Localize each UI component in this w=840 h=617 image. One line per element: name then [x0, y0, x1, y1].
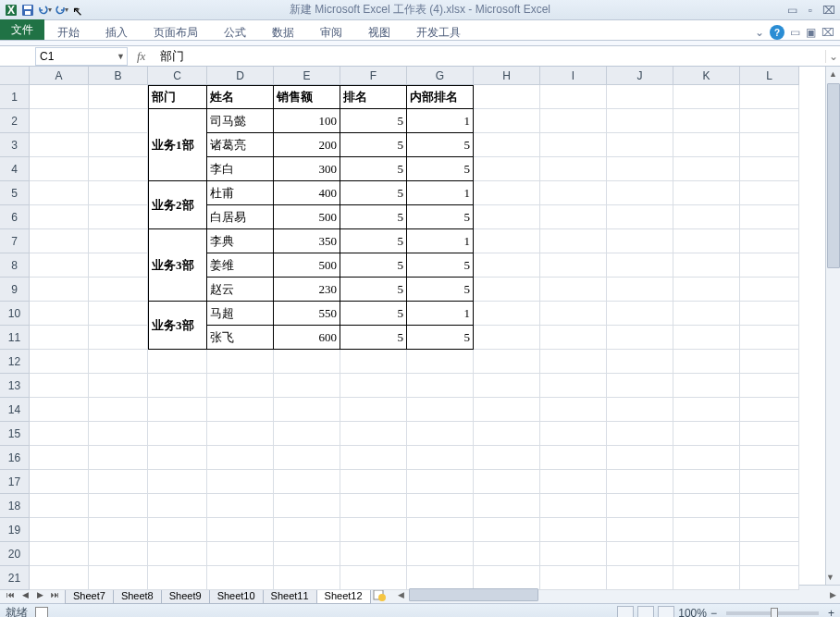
cell[interactable]: [274, 494, 340, 518]
cell[interactable]: [274, 566, 340, 590]
cell[interactable]: [474, 350, 540, 374]
cell[interactable]: [474, 205, 540, 229]
cell[interactable]: [30, 326, 89, 350]
cell[interactable]: [89, 109, 148, 133]
cell[interactable]: [30, 253, 89, 278]
cell[interactable]: [673, 85, 740, 109]
data-cell[interactable]: 1: [407, 302, 474, 326]
cell[interactable]: [740, 494, 799, 518]
cell[interactable]: [89, 253, 148, 278]
formula-expand-icon[interactable]: ⌄: [825, 50, 840, 63]
column-header[interactable]: G: [407, 67, 474, 85]
scroll-left-icon[interactable]: ◀: [394, 587, 409, 602]
cell[interactable]: [540, 518, 607, 542]
data-cell[interactable]: 杜甫: [207, 181, 274, 205]
row-header[interactable]: 21: [0, 566, 30, 590]
zoom-in-icon[interactable]: +: [828, 607, 834, 618]
cell[interactable]: [89, 85, 148, 109]
data-cell[interactable]: 业务1部: [148, 109, 207, 181]
row-header[interactable]: 1: [0, 85, 30, 109]
name-box-input[interactable]: [40, 50, 105, 63]
cell[interactable]: [30, 133, 89, 157]
cell[interactable]: [407, 494, 474, 518]
data-cell[interactable]: 排名: [340, 85, 407, 109]
cell[interactable]: [89, 566, 148, 590]
select-all-button[interactable]: [0, 67, 30, 85]
cell[interactable]: [607, 229, 673, 253]
column-header[interactable]: E: [274, 67, 340, 85]
data-cell[interactable]: 业务2部: [148, 181, 207, 229]
cell[interactable]: [89, 181, 148, 205]
cell[interactable]: [148, 566, 207, 590]
redo-icon[interactable]: ▾: [54, 3, 68, 18]
cell[interactable]: [148, 422, 207, 446]
cell[interactable]: [673, 253, 740, 278]
data-cell[interactable]: 销售额: [274, 85, 340, 109]
data-cell[interactable]: 5: [340, 326, 407, 350]
cell[interactable]: [673, 278, 740, 302]
data-cell[interactable]: 业务3部: [148, 302, 207, 350]
cell[interactable]: [673, 109, 740, 133]
cell[interactable]: [607, 446, 673, 470]
ribbon-tab[interactable]: 公式: [211, 21, 259, 40]
cell[interactable]: [30, 494, 89, 518]
qat-customize-icon[interactable]: ▾: [70, 3, 85, 18]
cell[interactable]: [540, 494, 607, 518]
cell[interactable]: [740, 542, 799, 566]
cell[interactable]: [89, 494, 148, 518]
vertical-scrollbar[interactable]: ▲ ▼: [825, 67, 840, 585]
scroll-up-icon[interactable]: ▲: [826, 67, 840, 81]
data-cell[interactable]: 5: [340, 109, 407, 133]
cell[interactable]: [407, 374, 474, 398]
cell[interactable]: [474, 181, 540, 205]
cell[interactable]: [540, 302, 607, 326]
cell[interactable]: [474, 85, 540, 109]
help-icon[interactable]: ?: [770, 25, 784, 40]
cell[interactable]: [540, 398, 607, 422]
cell[interactable]: [207, 422, 274, 446]
ribbon-restore-icon[interactable]: ▣: [806, 26, 816, 39]
cell[interactable]: [673, 326, 740, 350]
cell[interactable]: [540, 85, 607, 109]
cell[interactable]: [89, 278, 148, 302]
cell[interactable]: [30, 85, 89, 109]
cell[interactable]: [207, 542, 274, 566]
cell[interactable]: [607, 253, 673, 278]
cell[interactable]: [540, 205, 607, 229]
data-cell[interactable]: 姜维: [207, 253, 274, 278]
cell[interactable]: [740, 109, 799, 133]
cell[interactable]: [89, 470, 148, 494]
cell[interactable]: [740, 157, 799, 181]
macro-record-icon[interactable]: [35, 607, 48, 618]
cell[interactable]: [207, 566, 274, 590]
cell[interactable]: [89, 229, 148, 253]
ribbon-tab[interactable]: 视图: [355, 21, 403, 40]
cell[interactable]: [474, 518, 540, 542]
page-break-view-icon[interactable]: [658, 606, 674, 618]
cell[interactable]: [740, 326, 799, 350]
cell[interactable]: [474, 229, 540, 253]
row-header[interactable]: 13: [0, 374, 30, 398]
cell[interactable]: [540, 157, 607, 181]
cell[interactable]: [148, 350, 207, 374]
cell[interactable]: [474, 326, 540, 350]
data-cell[interactable]: 5: [340, 133, 407, 157]
cell[interactable]: [740, 350, 799, 374]
cell[interactable]: [207, 350, 274, 374]
data-cell[interactable]: 5: [407, 326, 474, 350]
cell[interactable]: [607, 398, 673, 422]
cell[interactable]: [474, 374, 540, 398]
cell[interactable]: [540, 109, 607, 133]
data-cell[interactable]: 5: [340, 253, 407, 278]
row-header[interactable]: 16: [0, 446, 30, 470]
cell[interactable]: [274, 542, 340, 566]
cell[interactable]: [740, 446, 799, 470]
cell[interactable]: [673, 157, 740, 181]
cell[interactable]: [89, 326, 148, 350]
cell[interactable]: [30, 374, 89, 398]
cell[interactable]: [274, 446, 340, 470]
fx-icon[interactable]: fx: [133, 49, 149, 64]
cell[interactable]: [673, 181, 740, 205]
row-header[interactable]: 2: [0, 109, 30, 133]
data-cell[interactable]: 李典: [207, 229, 274, 253]
